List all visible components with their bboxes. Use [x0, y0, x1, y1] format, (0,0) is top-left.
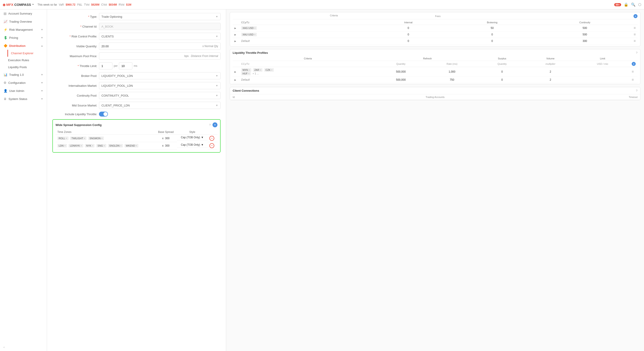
sidebar-item-distribution[interactable]: 🔶 Distribution ▲: [0, 42, 47, 50]
cc-help-icon[interactable]: ?: [636, 89, 638, 92]
continuity-pool-arrow-icon: ▼: [216, 94, 218, 97]
fees-row2-expand[interactable]: ▶: [234, 33, 236, 36]
sidebar-item-pricing[interactable]: 💲 Pricing ▼: [0, 34, 47, 42]
tag-mxn: MXN ×: [241, 68, 251, 72]
tag-huf: HUF ×: [241, 72, 251, 75]
throttle-row2-menu-icon[interactable]: ≡: [632, 78, 634, 82]
distribution-icon: 🔶: [4, 44, 8, 48]
sidebar-item-execution-rules[interactable]: Execution Rules: [8, 57, 47, 64]
logout-icon[interactable]: ⬡: [638, 3, 641, 7]
fees-row3-expand[interactable]: ▶: [234, 40, 236, 42]
fees-row3-continuity: 300: [538, 38, 632, 44]
cc-col-id: Id: [233, 96, 334, 98]
lock-icon[interactable]: 🔒: [624, 3, 628, 7]
rvol-value: $1M: [126, 3, 131, 6]
search-icon[interactable]: 🔍: [631, 3, 636, 7]
include-throttle-label: Include Liquidity Throttle:: [52, 113, 97, 116]
wss-add-button[interactable]: +: [212, 122, 218, 127]
cc-columns: Id Trading Accounts Timeout: [230, 94, 640, 100]
risk-control-select[interactable]: CLIENTS ▼: [99, 33, 220, 40]
throttle-row2-quantity: 500,000: [376, 77, 426, 83]
sidebar-item-account-summary[interactable]: ▤ Account Summary: [0, 10, 47, 18]
visible-qty-suffix: x Normal Qty: [202, 45, 218, 48]
channel-id-label: * Channel Id:: [52, 25, 97, 28]
throttle-limit-label: * Throttle Limit:: [52, 64, 97, 68]
max-pool-input[interactable]: [102, 55, 183, 58]
fees-row1-continuity: 500: [538, 25, 632, 31]
trading10-icon: 📊: [4, 73, 8, 77]
main-content: * Type: Trade Optioning ▼ * Channel Id:: [47, 10, 644, 351]
visible-qty-input[interactable]: 20.00 x Normal Qty: [99, 43, 220, 50]
throttle-val1-input[interactable]: [99, 62, 112, 70]
throttle-th-rate-ms: Rate (ms): [426, 61, 478, 67]
mid-source-label: Mid Source Market:: [52, 104, 97, 107]
logo-compass: COMPASS: [14, 3, 31, 7]
sidebar-item-trading10[interactable]: 📊 Trading 1.0 ▼: [0, 71, 47, 79]
sidebar-item-liquidity-pools[interactable]: Liquidity Pools: [8, 64, 47, 71]
fees-add-button[interactable]: +: [634, 14, 638, 18]
wss-row2-remove-button[interactable]: −: [209, 143, 214, 148]
sidebar-item-configuration[interactable]: ⚙ Configuration ▼: [0, 79, 47, 87]
fees-row2-menu-icon[interactable]: ≡: [634, 33, 636, 36]
type-select-arrow-icon: ▼: [216, 15, 218, 18]
throttle-row1-menu-icon[interactable]: ≡: [632, 70, 634, 74]
throttle-val2-input[interactable]: [119, 62, 132, 70]
broker-pool-select[interactable]: LIQUIDITY_POOL_LDN ▼: [99, 72, 220, 79]
sidebar-collapse-button[interactable]: ‹: [0, 343, 47, 351]
tag-sngmon: SNGMON ×: [88, 137, 104, 140]
throttle-th-volume: Volume: [526, 56, 575, 61]
fees-row3-menu-icon[interactable]: ≡: [634, 39, 636, 43]
throttle-th-quantity: Quantity: [376, 61, 426, 67]
sidebar-label-channel-explorer: Channel Explorer: [11, 52, 33, 55]
sidebar-label-pricing: Pricing: [9, 36, 18, 40]
tag-sngldn: SNGLDN ×: [108, 144, 123, 148]
fees-row3-default: Default: [241, 40, 250, 43]
wss-table: Time Zones Base Spread Style ROLL × TWIL…: [56, 130, 218, 150]
logo-icon: ◉: [3, 3, 5, 7]
throttle-help-icon[interactable]: ?: [636, 51, 638, 55]
wss-row1-style-arrow: ▼: [201, 136, 204, 139]
type-select[interactable]: Trade Optioning ▼: [99, 13, 220, 20]
notification-badge[interactable]: 99+: [614, 3, 621, 6]
wss-row2-style-arrow: ▼: [201, 143, 204, 146]
right-panel: Criteria Fees + CCy/Tz In: [226, 10, 644, 351]
user-admin-icon: 👤: [4, 89, 8, 93]
logo-tm: ™: [32, 4, 34, 6]
continuity-pool-select[interactable]: CONTINUITY_POOL ▼: [99, 92, 220, 99]
include-throttle-row: Include Liquidity Throttle:: [52, 112, 220, 117]
cvol-value: $834M: [108, 3, 117, 6]
internalisation-select[interactable]: LIQUIDITY_POOL_LDN ▼: [99, 82, 220, 89]
pricing-icon: 💲: [4, 36, 8, 40]
cc-title: Client Connections: [233, 89, 636, 92]
collapse-icon: ‹: [4, 345, 4, 349]
topbar-stats: This week so far VaR $960.72 P&L TVol $6…: [38, 3, 131, 6]
channel-id-input[interactable]: A_BOOK: [99, 23, 220, 30]
topbar-right: 99+ 🔒 🔍 ⬡: [614, 3, 641, 7]
sidebar-item-channel-explorer[interactable]: Channel Explorer: [8, 50, 47, 57]
fees-row2-brokering: 0: [446, 31, 538, 38]
wss-help-icon[interactable]: ?: [209, 123, 211, 127]
sidebar-item-risk-management[interactable]: ⚡ Risk Management ▼: [0, 26, 47, 34]
fees-row1-expand[interactable]: ▶: [234, 27, 236, 29]
sidebar-item-system-status[interactable]: 🖥 System Status ▼: [0, 95, 47, 103]
fees-row2-internal: 0: [370, 31, 446, 38]
wss-row2-spread: x 300: [155, 142, 177, 150]
throttle-add-button[interactable]: +: [632, 62, 636, 66]
wss-row2-style[interactable]: Cap (TOB Only) ▼: [177, 142, 208, 148]
wss-row1-remove-button[interactable]: −: [209, 136, 214, 141]
fees-row1-menu-icon[interactable]: ≡: [634, 26, 636, 30]
tag-more: + 1 ...: [252, 72, 259, 75]
throttle-row1-expand[interactable]: ▶: [234, 71, 236, 73]
sidebar-item-user-admin[interactable]: 👤 User Admin ▼: [0, 87, 47, 95]
tag-zar: ZAR ×: [253, 68, 263, 72]
mid-source-select[interactable]: CLIENT_PRICE_LDN ▼: [99, 102, 220, 109]
throttle-th-usd-mio: USD / mio: [575, 61, 630, 67]
sidebar-item-trading-overview[interactable]: 📈 Trading Overview: [0, 18, 47, 26]
risk-control-row: * Risk Control Profile: CLIENTS ▼: [52, 33, 220, 40]
sidebar-label-configuration: Configuration: [8, 81, 26, 85]
continuity-pool-row: Continuity Pool: CONTINUITY_POOL ▼: [52, 92, 220, 99]
wss-row1-style[interactable]: Cap (TOB Only) ▼: [177, 135, 208, 140]
throttle-row2-expand[interactable]: ▶: [234, 79, 236, 81]
include-throttle-toggle[interactable]: [99, 112, 108, 117]
throttle-row1-volume: 2: [526, 67, 575, 77]
